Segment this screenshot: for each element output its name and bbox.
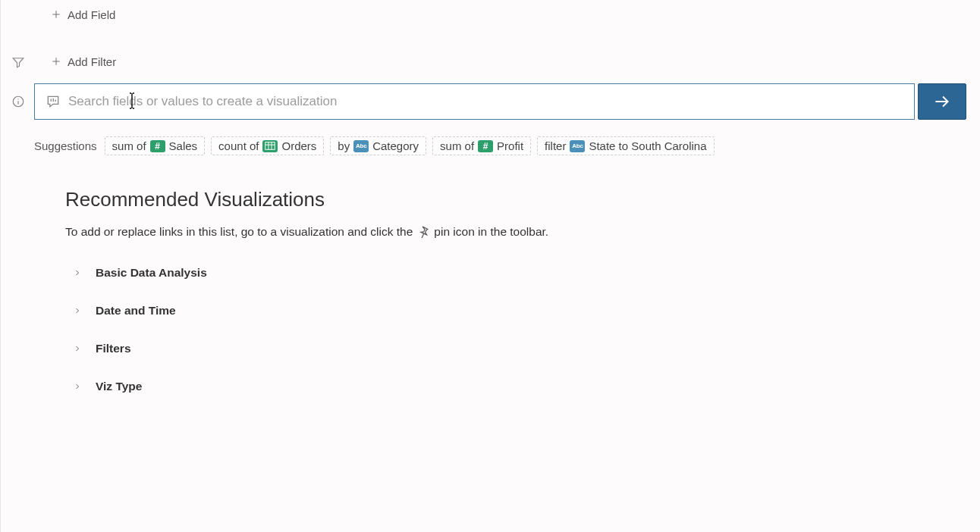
left-gutter: [1, 0, 34, 532]
group-label: Filters: [96, 342, 131, 355]
svg-rect-7: [51, 99, 52, 102]
plus-icon: [51, 56, 61, 67]
chip-prefix: sum of: [112, 139, 146, 152]
recommended-section: Recommended Visualizations To add or rep…: [65, 188, 950, 410]
search-row: [34, 83, 966, 120]
dimension-pill-icon: [570, 140, 585, 152]
measure-pill-icon: [150, 140, 165, 152]
chip-field: Profit: [497, 139, 523, 152]
group-label: Viz Type: [96, 380, 142, 393]
hint-text-after: pin icon in the toolbar.: [434, 225, 548, 239]
svg-rect-8: [53, 99, 54, 102]
recommended-group[interactable]: Viz Type: [65, 372, 950, 401]
suggestion-chip[interactable]: by Category: [330, 136, 426, 155]
add-filter-button[interactable]: Add Filter: [34, 52, 133, 71]
suggestion-chip[interactable]: count of Orders: [211, 136, 324, 155]
recommended-group[interactable]: Filters: [65, 334, 950, 363]
chevron-right-icon: [73, 382, 82, 391]
suggestions-label: Suggestions: [34, 139, 97, 152]
chip-field: Category: [372, 139, 419, 152]
chip-field: Sales: [169, 139, 198, 152]
arrow-right-icon: [932, 92, 952, 111]
add-filter-label: Add Filter: [68, 55, 116, 68]
add-field-button[interactable]: Add Field: [34, 5, 132, 24]
recommended-hint: To add or replace links in this list, go…: [65, 225, 950, 239]
recommended-list: Basic Data Analysis Date and Time Filter…: [65, 258, 950, 401]
chip-prefix: filter: [545, 139, 566, 152]
chip-field: State to South Carolina: [589, 139, 706, 152]
add-field-label: Add Field: [68, 8, 115, 21]
group-label: Basic Data Analysis: [96, 266, 207, 280]
chip-prefix: sum of: [440, 139, 474, 152]
recommended-group[interactable]: Basic Data Analysis: [65, 258, 950, 287]
suggestion-chip[interactable]: filter State to South Carolina: [537, 136, 714, 155]
recommended-heading: Recommended Visualizations: [65, 188, 950, 211]
chip-field: Orders: [281, 139, 316, 152]
ask-data-icon: [46, 94, 61, 109]
recommended-group[interactable]: Date and Time: [65, 296, 950, 325]
info-icon[interactable]: [11, 95, 25, 108]
svg-point-2: [17, 99, 18, 99]
chevron-right-icon: [73, 306, 82, 315]
suggestion-chip[interactable]: sum of Profit: [432, 136, 531, 155]
chevron-right-icon: [73, 344, 82, 353]
chip-prefix: by: [338, 139, 350, 152]
chip-prefix: count of: [218, 139, 259, 152]
search-box[interactable]: [34, 83, 915, 120]
filter-icon[interactable]: [11, 55, 25, 69]
table-pill-icon: [262, 140, 278, 152]
suggestions-row: Suggestions sum of Sales count of Orders…: [34, 136, 966, 155]
suggestion-chip[interactable]: sum of Sales: [105, 136, 206, 155]
pin-icon: [416, 225, 430, 239]
submit-button[interactable]: [918, 83, 966, 120]
measure-pill-icon: [478, 140, 493, 152]
hint-text-before: To add or replace links in this list, go…: [65, 225, 413, 239]
search-input[interactable]: [68, 84, 908, 119]
svg-rect-11: [265, 142, 275, 150]
svg-rect-9: [55, 100, 56, 102]
group-label: Date and Time: [96, 304, 176, 318]
chevron-right-icon: [73, 268, 82, 277]
plus-icon: [51, 9, 61, 20]
dimension-pill-icon: [353, 140, 369, 152]
